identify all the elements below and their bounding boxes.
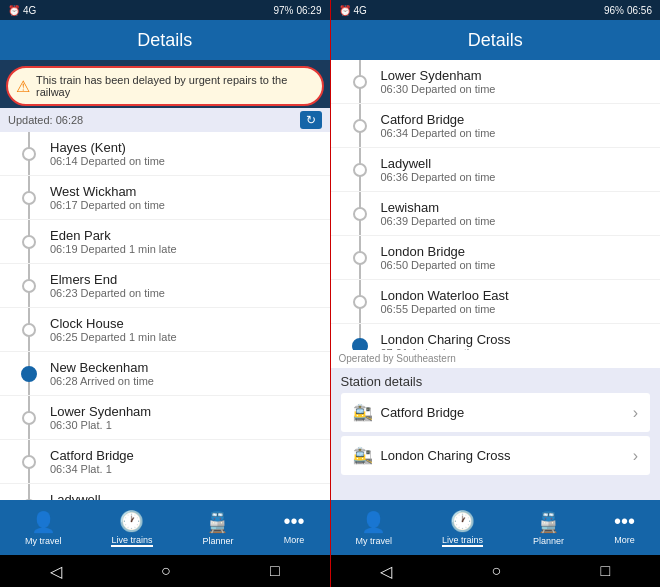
stop-content: Lewisham 06:39 Departed on time xyxy=(381,200,496,227)
title-bar-left: Details xyxy=(0,20,330,60)
stop-dot-current xyxy=(352,338,368,351)
clock-icon2: 🕐 xyxy=(450,509,475,533)
home-button-right[interactable]: ○ xyxy=(492,562,502,580)
list-item: Lewisham 06:39 Departed on time xyxy=(331,192,661,236)
stop-dot xyxy=(22,235,36,249)
title-bar-right: Details xyxy=(331,20,661,60)
stop-dot-current xyxy=(21,366,37,382)
stop-dot xyxy=(22,411,36,425)
status-bar-right: ⏰ 4G 96% 06:56 xyxy=(331,0,661,20)
stop-dot xyxy=(22,191,36,205)
list-item: Eden Park 06:19 Departed 1 min late xyxy=(0,220,330,264)
list-item: Ladywell 06:36 Departed on time xyxy=(331,148,661,192)
update-bar: Updated: 06:28 ↻ xyxy=(0,108,330,132)
nav-planner-right[interactable]: 🚆 Planner xyxy=(533,510,564,546)
system-nav-left: ◁ ○ □ xyxy=(0,555,330,587)
list-item: London Bridge 06:50 Departed on time xyxy=(331,236,661,280)
station-name-charing: London Charing Cross xyxy=(381,448,511,463)
stop-dot xyxy=(353,163,367,177)
clock-icon: 🕐 xyxy=(119,509,144,533)
person-icon: 👤 xyxy=(31,510,56,534)
list-item: London Waterloo East 06:55 Departed on t… xyxy=(331,280,661,324)
station-item-left: 🚉 Catford Bridge xyxy=(353,403,465,422)
page-title-left: Details xyxy=(137,30,192,51)
stop-dot xyxy=(353,207,367,221)
stop-dot xyxy=(22,455,36,469)
stop-content: Lower Sydenham 06:30 Departed on time xyxy=(381,68,496,95)
stop-content: Eden Park 06:19 Departed 1 min late xyxy=(50,228,177,255)
alarm-icon2: ⏰ xyxy=(339,5,351,16)
status-icons-left2: ⏰ 4G xyxy=(339,5,367,16)
station-details-title: Station details xyxy=(341,374,651,389)
refresh-button[interactable]: ↻ xyxy=(300,111,322,129)
back-button-right[interactable]: ◁ xyxy=(380,562,392,581)
page-title-right: Details xyxy=(468,30,523,51)
nav-my-travel-right[interactable]: 👤 My travel xyxy=(355,510,392,546)
list-item: London Charing Cross 07:01 Arrived on ti… xyxy=(331,324,661,350)
status-icons-right2: 96% 06:56 xyxy=(604,5,652,16)
status-bar-left: ⏰ 4G 97% 06:29 xyxy=(0,0,330,20)
stop-dot xyxy=(353,119,367,133)
station-details-section: Station details 🚉 Catford Bridge › 🚉 Lon… xyxy=(331,368,661,485)
station-item-left2: 🚉 London Charing Cross xyxy=(353,446,511,465)
stop-content: New Beckenham 06:28 Arrived on time xyxy=(50,360,154,387)
nav-live-trains-left[interactable]: 🕐 Live trains xyxy=(111,509,152,547)
list-item: Hayes (Kent) 06:14 Departed on time xyxy=(0,132,330,176)
chevron-icon-catford: › xyxy=(633,404,638,422)
rail-icon-catford: 🚉 xyxy=(353,403,373,422)
bottom-nav-right: 👤 My travel 🕐 Live trains 🚆 Planner ••• … xyxy=(331,500,661,555)
person-icon2: 👤 xyxy=(361,510,386,534)
nav-my-travel-left[interactable]: 👤 My travel xyxy=(25,510,62,546)
home-button-left[interactable]: ○ xyxy=(161,562,171,580)
nav-more-right[interactable]: ••• More xyxy=(614,510,635,545)
station-item-charing-cross[interactable]: 🚉 London Charing Cross › xyxy=(341,436,651,475)
stop-content: Catford Bridge 06:34 Plat. 1 xyxy=(50,448,134,475)
stop-content: Clock House 06:25 Departed 1 min late xyxy=(50,316,177,343)
train-list-left: Hayes (Kent) 06:14 Departed on time West… xyxy=(0,132,330,500)
alert-text: This train has been delayed by urgent re… xyxy=(36,74,314,98)
stop-content: Ladywell 06:36 Plat. 1 xyxy=(50,492,112,500)
recent-button-right[interactable]: □ xyxy=(601,562,611,580)
list-item: Catford Bridge 06:34 Departed on time xyxy=(331,104,661,148)
stop-dot xyxy=(22,147,36,161)
nav-planner-left[interactable]: 🚆 Planner xyxy=(202,510,233,546)
screen-left: ⏰ 4G 97% 06:29 Details ⚠ This train has … xyxy=(0,0,330,587)
nav-more-left[interactable]: ••• More xyxy=(283,510,304,545)
stop-dot xyxy=(22,323,36,337)
operated-by-text: Operated by Southeastern xyxy=(331,350,661,368)
train-icon: 🚆 xyxy=(205,510,230,534)
list-item: Lower Sydenham 06:30 Plat. 1 xyxy=(0,396,330,440)
back-button-left[interactable]: ◁ xyxy=(50,562,62,581)
list-item: Clock House 06:25 Departed 1 min late xyxy=(0,308,330,352)
more-icon2: ••• xyxy=(614,510,635,533)
list-item: Lower Sydenham 06:30 Departed on time xyxy=(331,60,661,104)
bottom-nav-left: 👤 My travel 🕐 Live trains 🚆 Planner ••• … xyxy=(0,500,330,555)
battery-text2: 96% xyxy=(604,5,624,16)
stop-content: West Wickham 06:17 Departed on time xyxy=(50,184,165,211)
station-name-catford: Catford Bridge xyxy=(381,405,465,420)
recent-button-left[interactable]: □ xyxy=(270,562,280,580)
alert-icon: ⚠ xyxy=(16,77,30,96)
time-display2: 06:56 xyxy=(627,5,652,16)
stop-content: Elmers End 06:23 Departed on time xyxy=(50,272,165,299)
list-item: New Beckenham 06:28 Arrived on time xyxy=(0,352,330,396)
rail-icon-charing: 🚉 xyxy=(353,446,373,465)
chevron-icon-charing: › xyxy=(633,447,638,465)
stop-content: Ladywell 06:36 Departed on time xyxy=(381,156,496,183)
list-item: Elmers End 06:23 Departed on time xyxy=(0,264,330,308)
list-item: Ladywell 06:36 Plat. 1 xyxy=(0,484,330,500)
system-nav-right: ◁ ○ □ xyxy=(331,555,661,587)
status-icons-right: 97% 06:29 xyxy=(273,5,321,16)
nav-live-trains-right[interactable]: 🕐 Live trains xyxy=(442,509,483,547)
stop-content: London Bridge 06:50 Departed on time xyxy=(381,244,496,271)
stop-dot xyxy=(353,75,367,89)
station-item-catford[interactable]: 🚉 Catford Bridge › xyxy=(341,393,651,432)
list-item: Catford Bridge 06:34 Plat. 1 xyxy=(0,440,330,484)
time-display: 06:29 xyxy=(296,5,321,16)
stop-dot xyxy=(353,251,367,265)
stop-content: Catford Bridge 06:34 Departed on time xyxy=(381,112,496,139)
stop-dot xyxy=(353,295,367,309)
screen-right: ⏰ 4G 96% 06:56 Details Lower Sydenham 06… xyxy=(331,0,661,587)
alarm-icon: ⏰ xyxy=(8,5,20,16)
list-item: West Wickham 06:17 Departed on time xyxy=(0,176,330,220)
